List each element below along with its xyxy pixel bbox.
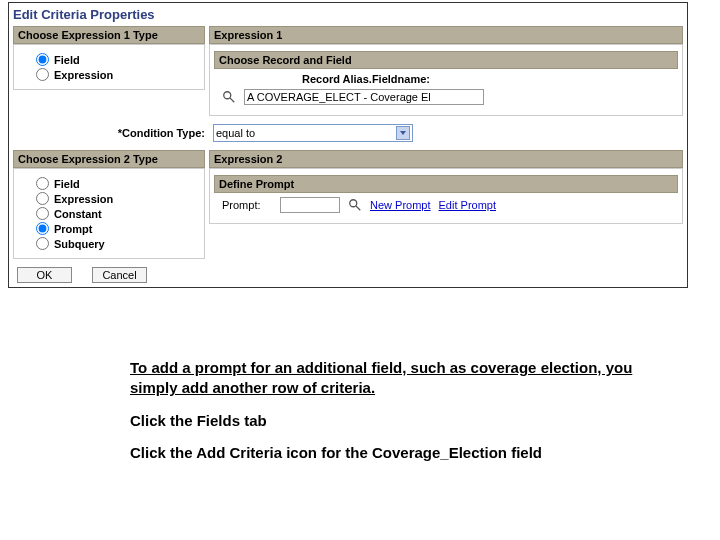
- expr2-box: Define Prompt Prompt: New Prompt Edit Pr…: [209, 168, 683, 224]
- condition-type-label: *Condition Type:: [13, 127, 205, 139]
- radio-expression-1-label: Expression: [54, 69, 113, 81]
- edit-prompt-link[interactable]: Edit Prompt: [439, 199, 496, 211]
- radio-subquery[interactable]: Subquery: [36, 237, 200, 250]
- ok-button[interactable]: OK: [17, 267, 72, 283]
- instruction-line-2: Click the Fields tab: [130, 411, 680, 431]
- radio-field-1[interactable]: Field: [36, 53, 200, 66]
- radio-field-2-label: Field: [54, 178, 80, 190]
- expr2-sub-header: Define Prompt: [214, 175, 678, 193]
- prompt-label: Prompt:: [222, 199, 272, 211]
- prompt-lookup-icon[interactable]: [348, 198, 362, 212]
- radio-field-2[interactable]: Field: [36, 177, 200, 190]
- cancel-button[interactable]: Cancel: [92, 267, 147, 283]
- radio-subquery-input[interactable]: [36, 237, 49, 250]
- radio-expression-1-input[interactable]: [36, 68, 49, 81]
- expr2-type-box: Field Expression Constant Prompt Subquer…: [13, 168, 205, 259]
- instructions-block: To add a prompt for an additional field,…: [130, 358, 680, 463]
- condition-type-value: equal to: [216, 127, 255, 139]
- radio-expression-2-label: Expression: [54, 193, 113, 205]
- radio-field-2-input[interactable]: [36, 177, 49, 190]
- svg-line-3: [356, 206, 360, 210]
- radio-expression-2-input[interactable]: [36, 192, 49, 205]
- prompt-input[interactable]: [280, 197, 340, 213]
- condition-type-select[interactable]: equal to: [213, 124, 413, 142]
- edit-criteria-dialog: Edit Criteria Properties Choose Expressi…: [8, 2, 688, 288]
- record-fieldname-input[interactable]: [244, 89, 484, 105]
- expr2-header: Expression 2: [209, 150, 683, 168]
- radio-field-1-input[interactable]: [36, 53, 49, 66]
- radio-prompt-label: Prompt: [54, 223, 93, 235]
- radio-subquery-label: Subquery: [54, 238, 105, 250]
- expr1-type-header: Choose Expression 1 Type: [13, 26, 205, 44]
- new-prompt-link[interactable]: New Prompt: [370, 199, 431, 211]
- expr1-type-box: Field Expression: [13, 44, 205, 90]
- expr1-header: Expression 1: [209, 26, 683, 44]
- expr1-box: Choose Record and Field Record Alias.Fie…: [209, 44, 683, 116]
- radio-expression-2[interactable]: Expression: [36, 192, 200, 205]
- radio-constant-label: Constant: [54, 208, 102, 220]
- instruction-line-1: To add a prompt for an additional field,…: [130, 358, 680, 399]
- svg-line-1: [230, 98, 234, 102]
- radio-field-1-label: Field: [54, 54, 80, 66]
- radio-prompt-input[interactable]: [36, 222, 49, 235]
- radio-prompt[interactable]: Prompt: [36, 222, 200, 235]
- dropdown-arrow-icon[interactable]: [396, 126, 410, 140]
- instruction-line-3: Click the Add Criteria icon for the Cove…: [130, 443, 680, 463]
- lookup-icon[interactable]: [222, 90, 236, 104]
- radio-constant[interactable]: Constant: [36, 207, 200, 220]
- radio-constant-input[interactable]: [36, 207, 49, 220]
- expr1-sub-header: Choose Record and Field: [214, 51, 678, 69]
- svg-point-0: [224, 92, 231, 99]
- record-fieldname-label: Record Alias.Fieldname:: [302, 73, 430, 85]
- dialog-title: Edit Criteria Properties: [13, 7, 683, 22]
- radio-expression-1[interactable]: Expression: [36, 68, 200, 81]
- expr2-type-header: Choose Expression 2 Type: [13, 150, 205, 168]
- svg-point-2: [350, 200, 357, 207]
